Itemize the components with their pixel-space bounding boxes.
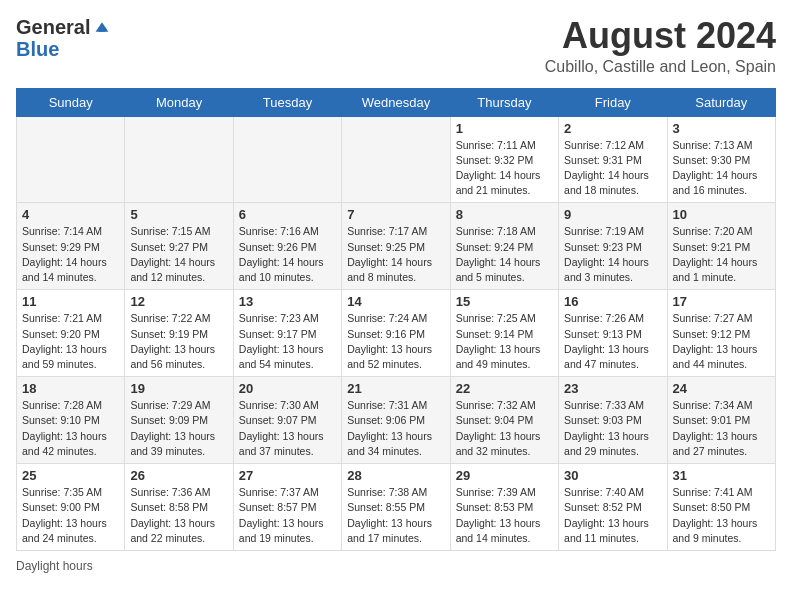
day-info: Sunrise: 7:15 AM Sunset: 9:27 PM Dayligh… — [130, 224, 227, 285]
day-number: 24 — [673, 381, 770, 396]
day-info: Sunrise: 7:23 AM Sunset: 9:17 PM Dayligh… — [239, 311, 336, 372]
calendar-cell: 14Sunrise: 7:24 AM Sunset: 9:16 PM Dayli… — [342, 290, 450, 377]
calendar-cell: 5Sunrise: 7:15 AM Sunset: 9:27 PM Daylig… — [125, 203, 233, 290]
day-number: 4 — [22, 207, 119, 222]
logo: General Blue — [16, 16, 110, 60]
day-number: 14 — [347, 294, 444, 309]
header: General Blue August 2024 Cubillo, Castil… — [16, 16, 776, 76]
calendar-week-row: 25Sunrise: 7:35 AM Sunset: 9:00 PM Dayli… — [17, 464, 776, 551]
day-number: 15 — [456, 294, 553, 309]
day-info: Sunrise: 7:29 AM Sunset: 9:09 PM Dayligh… — [130, 398, 227, 459]
day-number: 18 — [22, 381, 119, 396]
day-number: 10 — [673, 207, 770, 222]
day-info: Sunrise: 7:14 AM Sunset: 9:29 PM Dayligh… — [22, 224, 119, 285]
day-info: Sunrise: 7:28 AM Sunset: 9:10 PM Dayligh… — [22, 398, 119, 459]
logo-icon — [94, 19, 110, 35]
daylight-hours-label: Daylight hours — [16, 559, 93, 573]
calendar-cell: 7Sunrise: 7:17 AM Sunset: 9:25 PM Daylig… — [342, 203, 450, 290]
day-number: 19 — [130, 381, 227, 396]
day-info: Sunrise: 7:30 AM Sunset: 9:07 PM Dayligh… — [239, 398, 336, 459]
calendar-cell: 10Sunrise: 7:20 AM Sunset: 9:21 PM Dayli… — [667, 203, 775, 290]
calendar-week-row: 18Sunrise: 7:28 AM Sunset: 9:10 PM Dayli… — [17, 377, 776, 464]
calendar-cell: 22Sunrise: 7:32 AM Sunset: 9:04 PM Dayli… — [450, 377, 558, 464]
calendar-day-header: Monday — [125, 88, 233, 116]
calendar-cell: 27Sunrise: 7:37 AM Sunset: 8:57 PM Dayli… — [233, 464, 341, 551]
calendar-day-header: Saturday — [667, 88, 775, 116]
calendar-cell: 18Sunrise: 7:28 AM Sunset: 9:10 PM Dayli… — [17, 377, 125, 464]
calendar-cell — [17, 116, 125, 203]
calendar-cell: 20Sunrise: 7:30 AM Sunset: 9:07 PM Dayli… — [233, 377, 341, 464]
calendar-cell: 11Sunrise: 7:21 AM Sunset: 9:20 PM Dayli… — [17, 290, 125, 377]
day-number: 6 — [239, 207, 336, 222]
day-number: 13 — [239, 294, 336, 309]
calendar-cell: 15Sunrise: 7:25 AM Sunset: 9:14 PM Dayli… — [450, 290, 558, 377]
day-info: Sunrise: 7:18 AM Sunset: 9:24 PM Dayligh… — [456, 224, 553, 285]
day-number: 2 — [564, 121, 661, 136]
day-info: Sunrise: 7:13 AM Sunset: 9:30 PM Dayligh… — [673, 138, 770, 199]
day-info: Sunrise: 7:26 AM Sunset: 9:13 PM Dayligh… — [564, 311, 661, 372]
day-info: Sunrise: 7:38 AM Sunset: 8:55 PM Dayligh… — [347, 485, 444, 546]
month-year: August 2024 — [545, 16, 776, 56]
calendar-cell — [125, 116, 233, 203]
day-number: 3 — [673, 121, 770, 136]
day-info: Sunrise: 7:25 AM Sunset: 9:14 PM Dayligh… — [456, 311, 553, 372]
day-info: Sunrise: 7:19 AM Sunset: 9:23 PM Dayligh… — [564, 224, 661, 285]
day-info: Sunrise: 7:40 AM Sunset: 8:52 PM Dayligh… — [564, 485, 661, 546]
calendar-day-header: Thursday — [450, 88, 558, 116]
calendar-day-header: Sunday — [17, 88, 125, 116]
calendar-cell: 6Sunrise: 7:16 AM Sunset: 9:26 PM Daylig… — [233, 203, 341, 290]
calendar-cell: 24Sunrise: 7:34 AM Sunset: 9:01 PM Dayli… — [667, 377, 775, 464]
day-number: 30 — [564, 468, 661, 483]
day-number: 20 — [239, 381, 336, 396]
calendar-day-header: Tuesday — [233, 88, 341, 116]
day-number: 9 — [564, 207, 661, 222]
day-info: Sunrise: 7:35 AM Sunset: 9:00 PM Dayligh… — [22, 485, 119, 546]
day-number: 26 — [130, 468, 227, 483]
day-info: Sunrise: 7:36 AM Sunset: 8:58 PM Dayligh… — [130, 485, 227, 546]
calendar-week-row: 4Sunrise: 7:14 AM Sunset: 9:29 PM Daylig… — [17, 203, 776, 290]
day-info: Sunrise: 7:24 AM Sunset: 9:16 PM Dayligh… — [347, 311, 444, 372]
calendar-week-row: 1Sunrise: 7:11 AM Sunset: 9:32 PM Daylig… — [17, 116, 776, 203]
calendar-day-header: Wednesday — [342, 88, 450, 116]
calendar-cell: 2Sunrise: 7:12 AM Sunset: 9:31 PM Daylig… — [559, 116, 667, 203]
calendar-cell: 28Sunrise: 7:38 AM Sunset: 8:55 PM Dayli… — [342, 464, 450, 551]
calendar-cell: 12Sunrise: 7:22 AM Sunset: 9:19 PM Dayli… — [125, 290, 233, 377]
calendar-cell — [233, 116, 341, 203]
calendar-cell: 1Sunrise: 7:11 AM Sunset: 9:32 PM Daylig… — [450, 116, 558, 203]
day-number: 22 — [456, 381, 553, 396]
day-info: Sunrise: 7:37 AM Sunset: 8:57 PM Dayligh… — [239, 485, 336, 546]
day-number: 11 — [22, 294, 119, 309]
day-info: Sunrise: 7:11 AM Sunset: 9:32 PM Dayligh… — [456, 138, 553, 199]
day-number: 12 — [130, 294, 227, 309]
calendar-cell: 21Sunrise: 7:31 AM Sunset: 9:06 PM Dayli… — [342, 377, 450, 464]
day-number: 1 — [456, 121, 553, 136]
day-info: Sunrise: 7:22 AM Sunset: 9:19 PM Dayligh… — [130, 311, 227, 372]
day-info: Sunrise: 7:33 AM Sunset: 9:03 PM Dayligh… — [564, 398, 661, 459]
day-number: 23 — [564, 381, 661, 396]
title-area: August 2024 Cubillo, Castille and Leon, … — [545, 16, 776, 76]
day-info: Sunrise: 7:32 AM Sunset: 9:04 PM Dayligh… — [456, 398, 553, 459]
footer: Daylight hours — [16, 559, 776, 573]
calendar-day-header: Friday — [559, 88, 667, 116]
calendar-cell: 23Sunrise: 7:33 AM Sunset: 9:03 PM Dayli… — [559, 377, 667, 464]
day-info: Sunrise: 7:16 AM Sunset: 9:26 PM Dayligh… — [239, 224, 336, 285]
calendar-cell: 19Sunrise: 7:29 AM Sunset: 9:09 PM Dayli… — [125, 377, 233, 464]
calendar-header-row: SundayMondayTuesdayWednesdayThursdayFrid… — [17, 88, 776, 116]
day-info: Sunrise: 7:34 AM Sunset: 9:01 PM Dayligh… — [673, 398, 770, 459]
svg-marker-1 — [99, 27, 105, 32]
day-number: 25 — [22, 468, 119, 483]
day-number: 31 — [673, 468, 770, 483]
calendar-cell — [342, 116, 450, 203]
location: Cubillo, Castille and Leon, Spain — [545, 58, 776, 76]
calendar-cell: 13Sunrise: 7:23 AM Sunset: 9:17 PM Dayli… — [233, 290, 341, 377]
calendar-cell: 25Sunrise: 7:35 AM Sunset: 9:00 PM Dayli… — [17, 464, 125, 551]
day-info: Sunrise: 7:21 AM Sunset: 9:20 PM Dayligh… — [22, 311, 119, 372]
day-number: 16 — [564, 294, 661, 309]
calendar-cell: 16Sunrise: 7:26 AM Sunset: 9:13 PM Dayli… — [559, 290, 667, 377]
day-number: 17 — [673, 294, 770, 309]
calendar-cell: 17Sunrise: 7:27 AM Sunset: 9:12 PM Dayli… — [667, 290, 775, 377]
day-info: Sunrise: 7:39 AM Sunset: 8:53 PM Dayligh… — [456, 485, 553, 546]
day-info: Sunrise: 7:17 AM Sunset: 9:25 PM Dayligh… — [347, 224, 444, 285]
logo-general-text: General — [16, 16, 90, 38]
calendar-cell: 3Sunrise: 7:13 AM Sunset: 9:30 PM Daylig… — [667, 116, 775, 203]
